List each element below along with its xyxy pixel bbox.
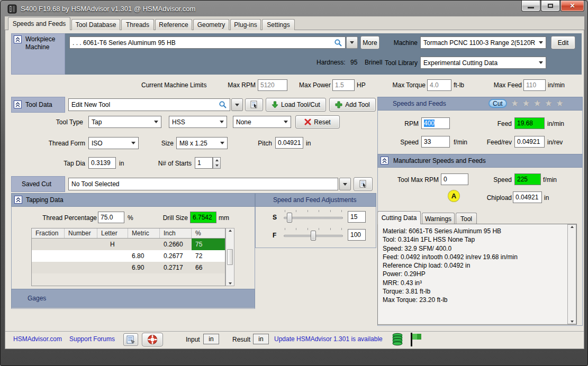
search-icon[interactable] xyxy=(219,100,227,109)
scrollbar-thumb[interactable] xyxy=(227,249,233,265)
mfr-speed-field[interactable]: 225 xyxy=(514,173,541,185)
saved-cut-select-button[interactable] xyxy=(354,177,373,191)
chipload-field[interactable]: 0.04921 xyxy=(513,191,542,203)
tab-geometry[interactable]: Geometry xyxy=(193,19,229,30)
tool-material-combo[interactable]: HSS xyxy=(169,116,227,128)
reset-button[interactable]: Reset xyxy=(295,115,340,129)
machine-combo[interactable]: Tormach PCNC 1100-3 Range 2(5120R xyxy=(420,36,546,49)
s-slider-thumb[interactable] xyxy=(287,213,292,223)
star-icon[interactable] xyxy=(533,99,541,108)
rpm-field[interactable]: 400 xyxy=(421,117,450,129)
s-slider-track[interactable] xyxy=(284,217,343,219)
collapse-manufacturer-icon[interactable] xyxy=(381,157,388,164)
pitch-label: Pitch xyxy=(255,140,272,147)
collapse-tapping-icon[interactable] xyxy=(14,196,22,204)
feed-field[interactable]: 19.68 xyxy=(514,117,545,129)
pitch-field[interactable]: 0.04921 xyxy=(275,137,303,149)
f-value-field[interactable]: 100 xyxy=(348,229,366,241)
s-value-field[interactable]: 15 xyxy=(348,211,366,223)
tab-reference[interactable]: Reference xyxy=(155,19,192,30)
star-icon[interactable] xyxy=(545,99,553,108)
scroll-down-icon[interactable] xyxy=(571,321,574,323)
drill-size-field[interactable]: 6.7542 xyxy=(190,212,216,223)
tab-threads[interactable]: Threads xyxy=(121,19,154,30)
material-dropdown-button[interactable] xyxy=(346,36,358,49)
scroll-down-icon[interactable] xyxy=(229,282,232,285)
col-number[interactable]: Number xyxy=(65,228,97,238)
tap-dia-field[interactable]: 0.3139 xyxy=(88,157,116,169)
star-icon[interactable] xyxy=(522,99,530,108)
flag-icon[interactable] xyxy=(409,332,423,347)
database-icon[interactable] xyxy=(391,333,404,347)
max-feed-field[interactable]: 110 xyxy=(523,79,546,91)
star-icon[interactable] xyxy=(511,99,519,108)
more-button[interactable]: More xyxy=(360,36,379,49)
forum-posts-button[interactable] xyxy=(123,333,138,346)
tab-speeds-and-feeds[interactable]: Speeds and Feeds xyxy=(8,17,70,30)
collapse-workpiece-icon[interactable] xyxy=(14,35,22,43)
tool-coating-combo[interactable]: None xyxy=(233,116,291,128)
close-button[interactable]: ✕ xyxy=(560,1,584,12)
thread-form-combo[interactable]: ISO xyxy=(88,137,139,149)
minimize-button[interactable] xyxy=(521,1,540,12)
saved-cut-dropdown-button[interactable] xyxy=(339,178,351,190)
thread-percentage-field[interactable]: 75.0 xyxy=(98,212,124,223)
table-row[interactable]: 6.80 0.2677 72 xyxy=(32,250,225,262)
update-link[interactable]: Update HSMAdvisor 1.301 is available xyxy=(274,335,383,343)
spinner-down-icon[interactable] xyxy=(215,164,219,167)
material-combo[interactable]: . . . 6061-T6 Series Aluminum 95 HB xyxy=(69,36,346,49)
max-torque-field[interactable]: 4.0 xyxy=(427,79,451,91)
rating-stars[interactable] xyxy=(511,99,564,108)
maximize-button[interactable] xyxy=(541,1,560,12)
speed-field[interactable]: 33 xyxy=(421,136,450,148)
add-tool-button[interactable]: Add Tool xyxy=(329,98,376,112)
tool-type-combo[interactable]: Tap xyxy=(88,116,161,128)
tab-tool-database[interactable]: Tool Database xyxy=(71,19,120,30)
col-fraction[interactable]: Fraction xyxy=(32,228,65,238)
support-forums-link[interactable]: Support Forums xyxy=(69,335,115,343)
spinner-up-icon[interactable] xyxy=(215,159,219,161)
saved-cut-label: Saved Cut xyxy=(22,180,51,188)
starts-field[interactable]: 1 xyxy=(195,157,213,169)
feed-rev-field[interactable]: 0.04921 xyxy=(514,136,545,148)
tab-warnings[interactable]: Warnings xyxy=(422,213,455,224)
cut-badge[interactable]: Cut xyxy=(489,99,507,108)
help-button[interactable] xyxy=(142,333,163,346)
load-tool-cut-button[interactable]: Load Tool/Cut xyxy=(266,98,326,112)
col-percent[interactable]: % xyxy=(192,228,225,238)
size-combo[interactable]: M8 x 1.25 xyxy=(176,137,228,149)
table-row[interactable]: 6.90 0.2717 66 xyxy=(32,262,225,273)
max-rpm-field[interactable]: 5120 xyxy=(258,79,287,91)
tool-max-rpm-field[interactable]: 0 xyxy=(441,173,468,185)
tool-combo[interactable]: Edit New Tool xyxy=(68,98,230,111)
tab-plugins[interactable]: Plug-ins xyxy=(230,19,261,30)
f-slider-thumb[interactable] xyxy=(311,231,316,241)
tab-settings[interactable]: Settings xyxy=(262,19,295,30)
search-icon[interactable] xyxy=(334,39,342,47)
max-power-field[interactable]: 1.5 xyxy=(332,79,355,91)
col-letter[interactable]: Letter xyxy=(97,228,128,238)
a-badge[interactable]: A xyxy=(448,190,460,202)
starts-spinner[interactable] xyxy=(213,157,221,169)
col-metric[interactable]: Metric xyxy=(128,228,160,238)
drill-table-scrollbar[interactable] xyxy=(225,228,234,286)
edit-machine-button[interactable]: Edit xyxy=(551,36,575,49)
col-inch[interactable]: Inch xyxy=(160,228,192,238)
gages-header[interactable]: Gages xyxy=(11,289,255,308)
scroll-up-icon[interactable] xyxy=(229,230,232,232)
collapse-tool-data-icon[interactable] xyxy=(14,100,22,108)
tab-cutting-data[interactable]: Cutting Data xyxy=(377,211,421,224)
select-tool-button[interactable] xyxy=(245,98,263,111)
cutting-data-scrollbar[interactable] xyxy=(567,224,576,324)
result-units-field[interactable]: in xyxy=(253,334,269,344)
hsmadvisor-link[interactable]: HSMAdvisor.com xyxy=(13,335,62,343)
star-icon[interactable] xyxy=(556,99,564,108)
saved-cut-combo[interactable]: No Tool Selected xyxy=(68,178,338,190)
scroll-up-icon[interactable] xyxy=(571,226,574,228)
gages-title: Gages xyxy=(28,295,46,302)
tool-library-combo[interactable]: Experimental Cutting Data xyxy=(420,57,546,69)
tab-tool-info[interactable]: Tool xyxy=(456,213,477,224)
table-row[interactable]: H 0.2660 75 xyxy=(32,239,225,250)
tool-dropdown-button[interactable] xyxy=(231,98,243,111)
input-units-field[interactable]: in xyxy=(203,334,219,344)
